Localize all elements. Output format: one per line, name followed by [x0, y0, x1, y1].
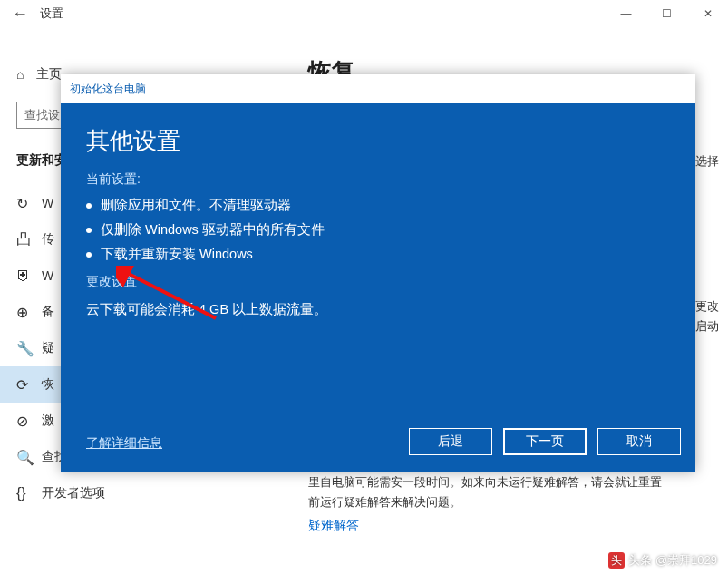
dev-icon: {} [16, 485, 42, 501]
maximize-button[interactable]: ☐ [646, 0, 687, 27]
sidebar-item-label: W [42, 196, 53, 210]
current-settings-label: 当前设置: [86, 171, 670, 188]
shield-icon: ⛨ [16, 268, 42, 284]
learn-more-link[interactable]: 了解详细信息 [86, 435, 162, 452]
bullet-text: 下载并重新安装 Windows [101, 246, 253, 263]
back-button[interactable]: 后退 [409, 428, 492, 455]
bullet-icon [86, 203, 92, 209]
search-icon: 🔍 [16, 449, 42, 466]
wrench-icon: 🔧 [16, 340, 42, 357]
watermark-text: 头条 @崇拜1029 [628, 552, 717, 569]
change-settings-link[interactable]: 更改设置 [86, 274, 137, 290]
dialog-body: 其他设置 当前设置: 删除应用和文件。不清理驱动器 仅删除 Windows 驱动… [61, 103, 695, 472]
sidebar-item-label: W [42, 268, 53, 283]
backup-icon: ⊕ [16, 304, 42, 321]
settings-title: 设置 [40, 5, 63, 22]
reset-dialog: 初始化这台电脑 其他设置 当前设置: 删除应用和文件。不清理驱动器 仅删除 Wi… [61, 74, 695, 472]
bullet-item: 下载并重新安装 Windows [86, 246, 670, 263]
bullet-text: 仅删除 Windows 驱动器中的所有文件 [101, 221, 325, 238]
sidebar-item-label: 主页 [36, 66, 62, 83]
dialog-heading: 其他设置 [86, 125, 670, 157]
watermark-logo-icon: 头 [608, 552, 625, 569]
sidebar-item-label: 开发者选项 [42, 485, 105, 501]
titlebar: ← 设置 — ☐ ✕ [0, 0, 728, 27]
dialog-window-title: 初始化这台电脑 [61, 74, 695, 103]
troubleshoot-link[interactable]: 疑难解答 [308, 518, 359, 534]
sidebar-item-label: 备 [42, 304, 54, 320]
watermark: 头 头条 @崇拜1029 [608, 552, 717, 569]
sidebar-item-developer[interactable]: {} 开发者选项 [16, 475, 299, 511]
recovery-icon: ⟳ [16, 376, 42, 394]
cloud-download-note: 云下载可能会消耗 4 GB 以上数据流量。 [86, 301, 670, 318]
bullet-item: 仅删除 Windows 驱动器中的所有文件 [86, 221, 670, 238]
sidebar-item-label: 传 [42, 231, 54, 248]
reset-note: 里自电脑可能需安一段时间。如来向未运行疑难解答，请会就让重置 [308, 472, 719, 492]
bullet-icon [86, 252, 92, 258]
sidebar-item-label: 疑 [42, 340, 54, 356]
reset-note: 前运行疑难解答来解决问题。 [308, 492, 719, 512]
minimize-button[interactable]: — [606, 0, 646, 27]
next-button[interactable]: 下一页 [503, 428, 587, 455]
bullet-text: 删除应用和文件。不清理驱动器 [101, 197, 291, 214]
search-placeholder: 查找设 [24, 107, 60, 123]
bullet-item: 删除应用和文件。不清理驱动器 [86, 197, 670, 214]
delivery-icon: 凸 [16, 230, 42, 249]
sidebar-item-label: 恢 [42, 376, 54, 393]
cancel-button[interactable]: 取消 [597, 428, 681, 455]
bullet-icon [86, 228, 92, 233]
home-icon: ⌂ [16, 67, 36, 82]
sync-icon: ↻ [16, 195, 42, 212]
close-button[interactable]: ✕ [687, 0, 728, 27]
back-button[interactable]: ← [0, 5, 40, 24]
activation-icon: ⊘ [16, 413, 42, 430]
sidebar-item-label: 激 [42, 413, 54, 429]
